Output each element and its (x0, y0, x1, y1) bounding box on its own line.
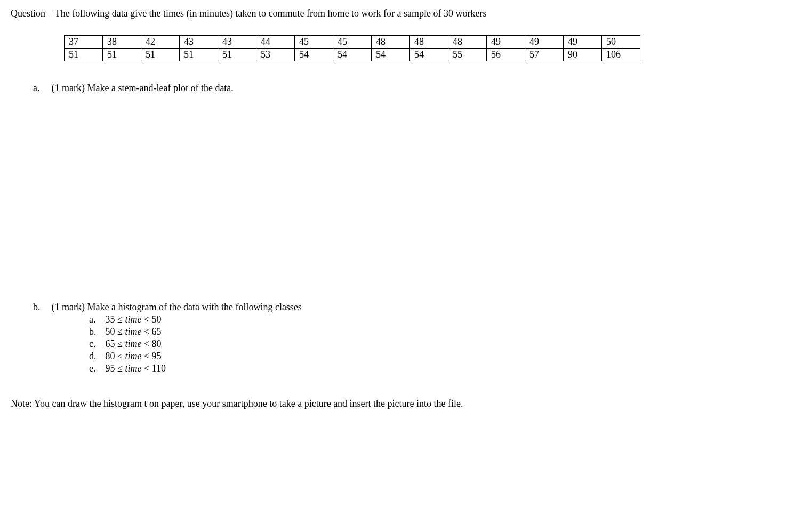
note: Note: You can draw the histogram t on pa… (11, 398, 792, 409)
class-range: 50 ≤ time < 65 (106, 326, 162, 337)
table-cell: 55 (448, 49, 487, 61)
sublist-item: a. 35 ≤ time < 50 (89, 314, 792, 325)
table-cell: 54 (295, 49, 333, 61)
table-cell: 90 (564, 49, 602, 61)
table-cell: 45 (333, 36, 372, 49)
table-cell: 57 (525, 49, 564, 61)
part-a: a. (1 mark) Make a stem-and-leaf plot of… (33, 83, 792, 94)
sublist: a. 35 ≤ time < 50 b. 50 ≤ time < 65 c. 6… (89, 314, 792, 374)
part-a-text: (1 mark) Make a stem-and-leaf plot of th… (52, 83, 234, 93)
class-range: 65 ≤ time < 80 (106, 338, 162, 349)
table-cell: 43 (180, 36, 218, 49)
class-range: 35 ≤ time < 50 (106, 314, 162, 325)
sublist-label: c. (89, 338, 103, 350)
table-cell: 50 (602, 36, 640, 49)
table-cell: 51 (103, 49, 141, 61)
sublist-label: a. (89, 314, 103, 325)
table-cell: 49 (564, 36, 602, 49)
part-b-text: (1 mark) Make a histogram of the data wi… (52, 302, 302, 312)
table-cell: 49 (525, 36, 564, 49)
table-cell: 51 (141, 49, 180, 61)
table-cell: 48 (372, 36, 410, 49)
sublist-item: b. 50 ≤ time < 65 (89, 326, 792, 337)
table-cell: 48 (448, 36, 487, 49)
table-cell: 51 (218, 49, 256, 61)
part-b: b. (1 mark) Make a histogram of the data… (33, 302, 792, 374)
table-cell: 54 (333, 49, 372, 61)
class-range: 95 ≤ time < 110 (106, 363, 166, 374)
sublist-item: c. 65 ≤ time < 80 (89, 338, 792, 350)
sublist-label: d. (89, 351, 103, 362)
table-row: 37 38 42 43 43 44 45 45 48 48 48 49 49 4… (65, 36, 640, 49)
table-cell: 45 (295, 36, 333, 49)
part-a-label: a. (33, 83, 49, 94)
sublist-label: b. (89, 326, 103, 337)
table-cell: 106 (602, 49, 640, 61)
question-header: Question – The following data give the t… (11, 8, 792, 19)
table-cell: 48 (410, 36, 448, 49)
table-cell: 38 (103, 36, 141, 49)
table-cell: 51 (65, 49, 103, 61)
table-cell: 43 (218, 36, 256, 49)
table-cell: 54 (372, 49, 410, 61)
table-cell: 53 (256, 49, 295, 61)
sublist-label: e. (89, 363, 103, 374)
table-cell: 51 (180, 49, 218, 61)
class-range: 80 ≤ time < 95 (106, 351, 162, 361)
sublist-item: d. 80 ≤ time < 95 (89, 351, 792, 362)
table-cell: 54 (410, 49, 448, 61)
table-cell: 56 (487, 49, 525, 61)
table-cell: 49 (487, 36, 525, 49)
table-cell: 42 (141, 36, 180, 49)
part-b-label: b. (33, 302, 49, 313)
sublist-item: e. 95 ≤ time < 110 (89, 363, 792, 374)
table-cell: 44 (256, 36, 295, 49)
table-cell: 37 (65, 36, 103, 49)
table-row: 51 51 51 51 51 53 54 54 54 54 55 56 57 9… (65, 49, 640, 61)
data-table: 37 38 42 43 43 44 45 45 48 48 48 49 49 4… (64, 35, 640, 61)
